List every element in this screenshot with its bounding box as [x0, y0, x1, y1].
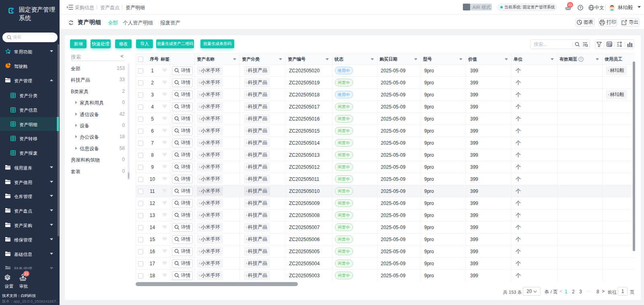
svg-text:?: ? — [580, 57, 582, 61]
svg-text:?: ? — [579, 6, 582, 10]
